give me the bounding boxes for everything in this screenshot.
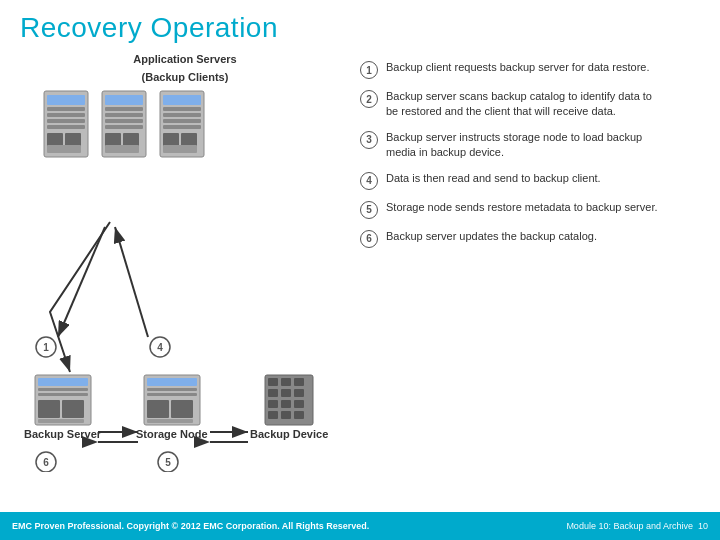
header: Recovery Operation <box>0 0 720 52</box>
backup-device-icon <box>263 373 315 428</box>
step-row-3: 3 Backup server instructs storage node t… <box>360 130 700 161</box>
svg-rect-5 <box>47 125 85 129</box>
step-row-5: 5 Storage node sends restore metadata to… <box>360 200 700 219</box>
step-row-1: 1 Backup client requests backup server f… <box>360 60 700 79</box>
svg-rect-69 <box>294 389 304 397</box>
svg-line-31 <box>58 227 105 337</box>
svg-rect-3 <box>47 113 85 117</box>
svg-rect-55 <box>38 419 84 423</box>
app-server-3 <box>156 89 208 159</box>
app-servers-group <box>40 89 340 159</box>
step-number-3: 3 <box>360 131 378 149</box>
svg-rect-73 <box>268 411 278 419</box>
svg-point-27 <box>36 337 56 357</box>
app-server-2 <box>98 89 150 159</box>
svg-text:6: 6 <box>43 457 49 468</box>
app-server-1 <box>40 89 92 159</box>
svg-rect-26 <box>163 145 197 153</box>
backup-server-label: Backup Server <box>24 428 101 440</box>
svg-rect-67 <box>268 389 278 397</box>
svg-rect-22 <box>163 119 201 123</box>
step-number-1: 1 <box>360 61 378 79</box>
svg-rect-13 <box>105 119 143 123</box>
svg-rect-71 <box>281 400 291 408</box>
step-text-2: Backup server scans backup catalog to id… <box>386 89 666 120</box>
step-text-6: Backup server updates the backup catalog… <box>386 229 597 244</box>
svg-point-39 <box>158 452 178 472</box>
svg-rect-11 <box>105 107 143 111</box>
svg-rect-65 <box>281 378 291 386</box>
step-number-4: 4 <box>360 172 378 190</box>
storage-node-label: Storage Node <box>136 428 208 440</box>
svg-point-35 <box>36 452 56 472</box>
right-panel: 1 Backup client requests backup server f… <box>340 52 700 482</box>
svg-rect-51 <box>38 388 88 391</box>
step-row-2: 2 Backup server scans backup catalog to … <box>360 89 700 120</box>
svg-rect-14 <box>105 125 143 129</box>
step-number-5: 5 <box>360 201 378 219</box>
backup-device-label: Backup Device <box>250 428 328 440</box>
svg-rect-74 <box>281 411 291 419</box>
backup-device-group: Backup Device <box>250 373 328 440</box>
main-content: Application Servers (Backup Clients) <box>0 52 720 482</box>
step-row-6: 6 Backup server updates the backup catal… <box>360 229 700 248</box>
svg-rect-12 <box>105 113 143 117</box>
backup-server-icon <box>33 373 93 428</box>
svg-rect-64 <box>268 378 278 386</box>
svg-rect-68 <box>281 389 291 397</box>
page-title: Recovery Operation <box>20 12 700 44</box>
svg-rect-19 <box>163 95 201 105</box>
step-number-6: 6 <box>360 230 378 248</box>
backup-server-group: Backup Server <box>24 373 101 440</box>
svg-rect-54 <box>62 400 84 418</box>
step-text-3: Backup server instructs storage node to … <box>386 130 666 161</box>
svg-text:4: 4 <box>157 342 163 353</box>
svg-rect-60 <box>147 400 169 418</box>
app-servers-label2: (Backup Clients) <box>30 70 340 84</box>
step-text-4: Data is then read and send to backup cli… <box>386 171 601 186</box>
svg-rect-75 <box>294 411 304 419</box>
svg-rect-72 <box>294 400 304 408</box>
svg-rect-2 <box>47 107 85 111</box>
svg-rect-53 <box>38 400 60 418</box>
svg-rect-52 <box>38 393 88 396</box>
footer: EMC Proven Professional. Copyright © 201… <box>0 512 720 540</box>
svg-rect-8 <box>47 145 81 153</box>
svg-rect-66 <box>294 378 304 386</box>
svg-rect-1 <box>47 95 85 105</box>
app-servers-label: Application Servers <box>30 52 340 66</box>
svg-rect-21 <box>163 113 201 117</box>
svg-rect-57 <box>147 378 197 386</box>
svg-rect-62 <box>147 419 193 423</box>
step-number-2: 2 <box>360 90 378 108</box>
svg-rect-70 <box>268 400 278 408</box>
svg-rect-17 <box>105 145 139 153</box>
svg-rect-59 <box>147 393 197 396</box>
svg-text:5: 5 <box>165 457 171 468</box>
step-text-1: Backup client requests backup server for… <box>386 60 650 75</box>
svg-point-29 <box>150 337 170 357</box>
footer-right: Module 10: Backup and Archive 10 <box>566 521 708 531</box>
svg-line-32 <box>115 227 148 337</box>
storage-node-group: Storage Node <box>136 373 208 440</box>
svg-rect-20 <box>163 107 201 111</box>
storage-node-icon <box>142 373 202 428</box>
svg-rect-4 <box>47 119 85 123</box>
svg-text:1: 1 <box>43 342 49 353</box>
svg-rect-58 <box>147 388 197 391</box>
left-panel: Application Servers (Backup Clients) <box>20 52 340 482</box>
footer-left: EMC Proven Professional. Copyright © 201… <box>12 521 369 531</box>
step-text-5: Storage node sends restore metadata to b… <box>386 200 658 215</box>
svg-rect-10 <box>105 95 143 105</box>
steps-list: 1 Backup client requests backup server f… <box>360 60 700 248</box>
svg-rect-50 <box>38 378 88 386</box>
svg-rect-23 <box>163 125 201 129</box>
svg-rect-61 <box>171 400 193 418</box>
step-row-4: 4 Data is then read and send to backup c… <box>360 171 700 190</box>
